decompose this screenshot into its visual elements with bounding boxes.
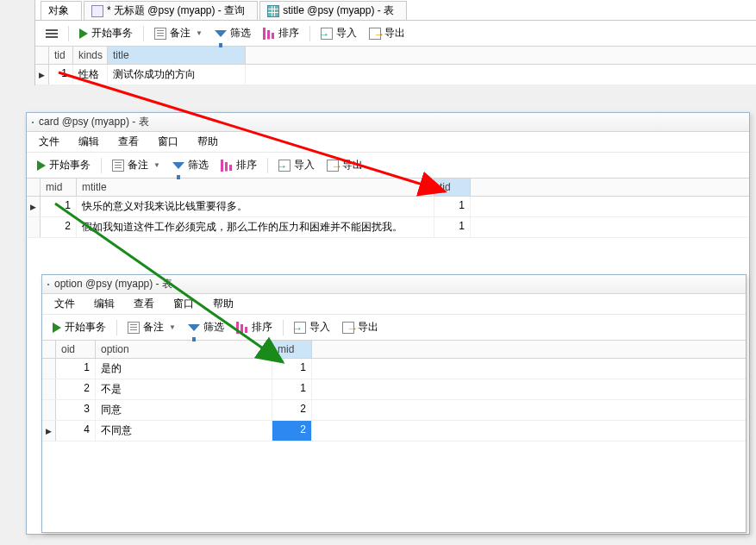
table-row[interactable]: ▶ 4 不同意 2 (42, 421, 746, 442)
row-pointer: ▶ (27, 197, 41, 216)
row-header-corner (35, 47, 49, 64)
row-pointer (27, 217, 41, 237)
import-button[interactable]: 导入 (273, 155, 320, 175)
col-mid[interactable]: mid (41, 179, 77, 196)
note-icon (128, 322, 140, 334)
export-icon (342, 322, 354, 334)
sort-icon (236, 322, 248, 334)
table-row[interactable]: 2 假如我知道这件工作必须完成，那么工作的压力和困难并不能困扰我。 1 (27, 217, 749, 238)
menu-bar: 文件 编辑 查看 窗口 帮助 (27, 132, 749, 153)
card-toolbar: 开始事务 备注▼ 筛选 排序 导入 导出 (27, 153, 749, 179)
menu-edit[interactable]: 编辑 (70, 132, 108, 152)
table-row[interactable]: ▶ 1 快乐的意义对我来说比钱重要得多。 1 (27, 197, 749, 217)
menu-view[interactable]: 查看 (109, 132, 147, 152)
play-icon (79, 28, 88, 39)
separator (309, 26, 310, 41)
option-panel: option @psy (myapp) - 表 文件 编辑 查看 窗口 帮助 开… (41, 274, 747, 533)
play-icon (53, 323, 61, 333)
note-icon (154, 28, 166, 40)
col-kinds[interactable]: kinds (73, 47, 108, 64)
menu-file[interactable]: 文件 (30, 132, 68, 152)
filter-button[interactable]: 筛选 (209, 23, 256, 43)
card-grid: mid mtitle tid ▶ 1 快乐的意义对我来说比钱重要得多。 1 2 … (27, 179, 749, 238)
col-tid[interactable]: tid (49, 47, 73, 64)
col-mtitle[interactable]: mtitle (77, 179, 434, 196)
export-icon (369, 28, 381, 40)
main-tabs: 对象 * 无标题 @psy (myapp) - 查询 stitle @psy (… (34, 0, 756, 21)
sort-icon (221, 160, 233, 172)
menu-button[interactable] (41, 25, 63, 42)
menu-file[interactable]: 文件 (46, 294, 84, 314)
note-icon (112, 160, 124, 172)
import-button[interactable]: 导入 (316, 23, 362, 43)
panel-title: option @psy (myapp) - 表 (54, 277, 172, 291)
tab-objects[interactable]: 对象 (41, 1, 82, 20)
sort-button[interactable]: 排序 (216, 155, 262, 175)
export-button[interactable]: 导出 (337, 317, 384, 337)
panel-title-bar[interactable]: option @psy (myapp) - 表 (42, 275, 746, 294)
filter-button[interactable]: 筛选 (183, 317, 229, 337)
menu-bar: 文件 编辑 查看 窗口 帮助 (42, 294, 746, 315)
filter-icon (188, 324, 200, 331)
filter-icon (172, 162, 184, 169)
start-transaction-button[interactable]: 开始事务 (74, 23, 138, 43)
separator (283, 320, 284, 335)
table-row[interactable]: 2 不是 1 (42, 379, 746, 400)
menu-view[interactable]: 查看 (125, 294, 163, 314)
separator (267, 158, 268, 173)
col-title[interactable]: title (108, 47, 246, 64)
memo-button[interactable]: 备注▼ (122, 317, 181, 337)
play-icon (37, 160, 46, 171)
menu-help[interactable]: 帮助 (204, 294, 242, 314)
import-icon (278, 160, 291, 172)
table-row[interactable]: 3 同意 2 (42, 400, 746, 421)
table-row[interactable]: ▶ 1 性格 测试你成功的方向 (35, 65, 756, 85)
row-header-corner (42, 341, 56, 358)
tab-stitle[interactable]: stitle @psy (myapp) - 表 (259, 1, 407, 20)
option-toolbar: 开始事务 备注▼ 筛选 排序 导入 导出 (42, 315, 746, 341)
export-button[interactable]: 导出 (322, 155, 368, 175)
col-oid[interactable]: oid (56, 341, 96, 358)
col-option[interactable]: option (96, 341, 272, 358)
filter-button[interactable]: 筛选 (167, 155, 214, 175)
row-pointer: ▶ (35, 65, 49, 85)
menu-help[interactable]: 帮助 (189, 132, 227, 152)
menu-window[interactable]: 窗口 (165, 294, 203, 314)
start-transaction-button[interactable]: 开始事务 (47, 317, 111, 337)
start-transaction-button[interactable]: 开始事务 (32, 155, 96, 175)
col-mid[interactable]: mid (272, 341, 312, 358)
main-toolbar: 开始事务 备注▼ 筛选 排序 导入 导出 (34, 21, 756, 47)
menu-icon (46, 28, 58, 40)
table-icon (32, 122, 34, 123)
import-button[interactable]: 导入 (289, 317, 335, 337)
chevron-down-icon: ▼ (153, 161, 160, 169)
memo-button[interactable]: 备注▼ (149, 23, 208, 43)
separator (68, 26, 69, 41)
export-button[interactable]: 导出 (364, 23, 410, 43)
separator (116, 320, 117, 335)
option-grid: oid option mid 1 是的 1 2 不是 1 3 同意 2 ▶ 4 … (42, 341, 746, 442)
row-header-corner (27, 179, 41, 196)
panel-title-bar[interactable]: card @psy (myapp) - 表 (27, 113, 749, 132)
sort-icon (263, 28, 275, 40)
chevron-down-icon: ▼ (169, 323, 176, 331)
col-tid[interactable]: tid (434, 179, 471, 196)
sort-button[interactable]: 排序 (231, 317, 278, 337)
import-icon (321, 28, 333, 40)
stitle-grid: tid kinds title ▶ 1 性格 测试你成功的方向 (34, 47, 756, 85)
separator (101, 158, 102, 173)
menu-edit[interactable]: 编辑 (85, 294, 123, 314)
table-row[interactable]: 1 是的 1 (42, 359, 746, 379)
memo-button[interactable]: 备注▼ (107, 155, 166, 175)
panel-title: card @psy (myapp) - 表 (39, 115, 149, 129)
chevron-down-icon: ▼ (196, 29, 203, 37)
sort-button[interactable]: 排序 (258, 23, 304, 43)
separator (143, 26, 144, 41)
query-icon (91, 5, 103, 17)
row-pointer: ▶ (42, 421, 56, 441)
tab-query[interactable]: * 无标题 @psy (myapp) - 查询 (84, 1, 258, 20)
table-icon (47, 284, 49, 285)
menu-window[interactable]: 窗口 (149, 132, 187, 152)
table-icon (267, 5, 279, 17)
import-icon (294, 322, 306, 334)
